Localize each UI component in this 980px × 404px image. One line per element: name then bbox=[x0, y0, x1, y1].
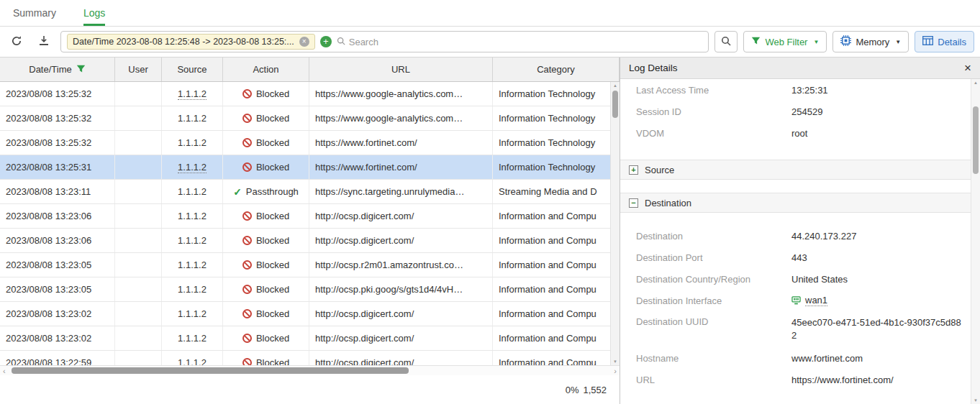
table-row[interactable]: 2023/08/08 13:23:111.1.1.2✓Passthroughht… bbox=[0, 180, 620, 204]
scroll-right-icon[interactable]: › bbox=[614, 367, 617, 375]
section-source[interactable]: + Source bbox=[620, 160, 971, 180]
cell-datetime: 2023/08/08 13:23:06 bbox=[0, 229, 115, 252]
detail-row: Destination Country/RegionUnited States bbox=[620, 268, 971, 290]
cell-action: Blocked bbox=[223, 82, 309, 106]
details-scrollbar-thumb[interactable] bbox=[973, 106, 979, 174]
memory-chip-icon bbox=[840, 35, 851, 48]
cell-datetime: 2023/08/08 13:22:59 bbox=[0, 351, 115, 365]
cell-url: https://www.fortinet.com/ bbox=[309, 155, 493, 179]
cell-source[interactable]: 1.1.1.2 bbox=[162, 326, 223, 350]
cell-source[interactable]: 1.1.1.2 bbox=[162, 204, 223, 228]
scroll-down-icon[interactable]: ▼ bbox=[611, 359, 620, 364]
section-label: Source bbox=[645, 165, 674, 175]
horizontal-scrollbar[interactable]: ‹ › bbox=[0, 365, 620, 375]
section-label: Destination bbox=[645, 198, 691, 208]
detail-value: 44.240.173.227 bbox=[791, 231, 971, 242]
blocked-icon bbox=[242, 114, 252, 123]
search-button[interactable] bbox=[714, 31, 738, 52]
column-header-category[interactable]: Category bbox=[493, 58, 620, 81]
column-label: Date/Time bbox=[29, 64, 71, 75]
cell-category: Information and Compu bbox=[493, 302, 620, 326]
column-header-source[interactable]: Source bbox=[162, 58, 223, 81]
cell-category: Information Technology bbox=[493, 82, 620, 106]
blocked-icon bbox=[242, 334, 252, 343]
table-row[interactable]: 2023/08/08 13:23:021.1.1.2Blockedhttp://… bbox=[0, 326, 620, 351]
cell-source[interactable]: 1.1.1.2 bbox=[162, 277, 223, 301]
cell-user bbox=[115, 106, 162, 130]
column-header-datetime[interactable]: Date/Time bbox=[0, 58, 115, 81]
blocked-icon bbox=[242, 162, 252, 172]
search-input[interactable]: Search bbox=[337, 37, 378, 47]
scroll-up-icon[interactable]: ▲ bbox=[611, 83, 620, 88]
table-row[interactable]: 2023/08/08 13:23:061.1.1.2Blockedhttp://… bbox=[0, 229, 620, 253]
detail-value: 254529 bbox=[791, 106, 971, 117]
cell-action: Blocked bbox=[223, 253, 309, 277]
cell-user bbox=[115, 82, 162, 106]
cell-datetime: 2023/08/08 13:23:02 bbox=[0, 302, 115, 326]
close-icon[interactable]: × bbox=[964, 63, 971, 74]
filter-pill-text: Date/Time 2023-08-08 12:25:48 -> 2023-08… bbox=[73, 37, 294, 47]
memory-dropdown[interactable]: Memory ▼ bbox=[832, 31, 909, 52]
cell-source[interactable]: 1.1.1.2 bbox=[162, 155, 223, 179]
cell-category: Streaming Media and D bbox=[493, 180, 620, 203]
cell-source[interactable]: 1.1.1.2 bbox=[162, 229, 223, 252]
vertical-scrollbar[interactable]: ▲ ▼ bbox=[610, 82, 620, 365]
collapse-icon[interactable]: − bbox=[629, 198, 638, 208]
table-row[interactable]: 2023/08/08 13:25:311.1.1.2Blockedhttps:/… bbox=[0, 155, 620, 180]
scroll-up-icon[interactable]: ▲ bbox=[971, 81, 980, 85]
cell-source[interactable]: 1.1.1.2 bbox=[162, 180, 223, 203]
table-row[interactable]: 2023/08/08 13:25:321.1.1.2Blockedhttps:/… bbox=[0, 106, 620, 131]
cell-action: ✓Passthrough bbox=[223, 180, 309, 203]
cell-source[interactable]: 1.1.1.2 bbox=[162, 302, 223, 326]
table-row[interactable]: 2023/08/08 13:22:591.1.1.2Blockedhttp://… bbox=[0, 351, 620, 365]
cell-datetime: 2023/08/08 13:25:32 bbox=[0, 82, 115, 106]
table-row[interactable]: 2023/08/08 13:23:051.1.1.2Blockedhttp://… bbox=[0, 253, 620, 277]
download-button[interactable] bbox=[33, 31, 55, 52]
details-scrollbar[interactable]: ▲ ▼ bbox=[971, 79, 980, 404]
details-header: Log Details × bbox=[620, 58, 980, 79]
add-filter-icon[interactable]: + bbox=[320, 36, 332, 47]
cell-source[interactable]: 1.1.1.2 bbox=[162, 253, 223, 277]
tab-summary[interactable]: Summary bbox=[13, 0, 56, 26]
scroll-down-icon[interactable]: ▼ bbox=[971, 398, 980, 403]
filter-pill[interactable]: Date/Time 2023-08-08 12:25:48 -> 2023-08… bbox=[67, 34, 315, 50]
filter-funnel-icon[interactable] bbox=[76, 64, 86, 75]
download-icon bbox=[39, 35, 49, 48]
blocked-icon bbox=[242, 285, 252, 294]
horizontal-scrollbar-thumb[interactable] bbox=[12, 367, 409, 374]
table-row[interactable]: 2023/08/08 13:23:051.1.1.2Blockedhttp://… bbox=[0, 277, 620, 302]
cell-source[interactable]: 1.1.1.2 bbox=[162, 106, 223, 130]
cell-source[interactable]: 1.1.1.2 bbox=[162, 351, 223, 365]
refresh-button[interactable] bbox=[6, 31, 27, 52]
chevron-down-icon: ▼ bbox=[895, 39, 901, 45]
expand-icon[interactable]: + bbox=[629, 165, 638, 175]
detail-row: Destination UUID45eec070-e471-51ed-4b1c-… bbox=[620, 311, 971, 347]
column-header-url[interactable]: URL bbox=[309, 58, 493, 81]
table-row[interactable]: 2023/08/08 13:25:321.1.1.2Blockedhttps:/… bbox=[0, 82, 620, 106]
filter-search-bar[interactable]: Date/Time 2023-08-08 12:25:48 -> 2023-08… bbox=[60, 31, 709, 52]
web-filter-label: Web Filter bbox=[765, 37, 807, 47]
detail-value[interactable]: wan1 bbox=[791, 295, 971, 306]
column-header-user[interactable]: User bbox=[115, 58, 162, 81]
web-filter-dropdown[interactable]: Web Filter ▼ bbox=[743, 31, 827, 52]
cell-category: Information and Compu bbox=[493, 326, 620, 350]
table-row[interactable]: 2023/08/08 13:23:061.1.1.2Blockedhttp://… bbox=[0, 204, 620, 229]
column-header-action[interactable]: Action bbox=[223, 58, 309, 81]
tab-logs[interactable]: Logs bbox=[83, 0, 105, 26]
cell-action: Blocked bbox=[223, 351, 309, 365]
detail-value: United States bbox=[791, 274, 971, 285]
details-button[interactable]: Details bbox=[915, 31, 974, 52]
cell-source[interactable]: 1.1.1.2 bbox=[162, 82, 223, 106]
refresh-icon bbox=[11, 35, 22, 49]
remove-filter-icon[interactable]: × bbox=[299, 37, 309, 47]
vertical-scrollbar-thumb[interactable] bbox=[612, 91, 618, 118]
cell-action: Blocked bbox=[223, 204, 309, 228]
section-destination[interactable]: − Destination bbox=[620, 193, 971, 213]
scroll-left-icon[interactable]: ‹ bbox=[3, 367, 6, 375]
detail-row: Destination44.240.173.227 bbox=[620, 225, 971, 247]
table-row[interactable]: 2023/08/08 13:25:321.1.1.2Blockedhttps:/… bbox=[0, 131, 620, 155]
cell-source[interactable]: 1.1.1.2 bbox=[162, 131, 223, 155]
table-row[interactable]: 2023/08/08 13:23:021.1.1.2Blockedhttp://… bbox=[0, 302, 620, 326]
detail-label: Destination Interface bbox=[636, 295, 791, 306]
cell-url: https://www.fortinet.com/ bbox=[309, 131, 493, 155]
